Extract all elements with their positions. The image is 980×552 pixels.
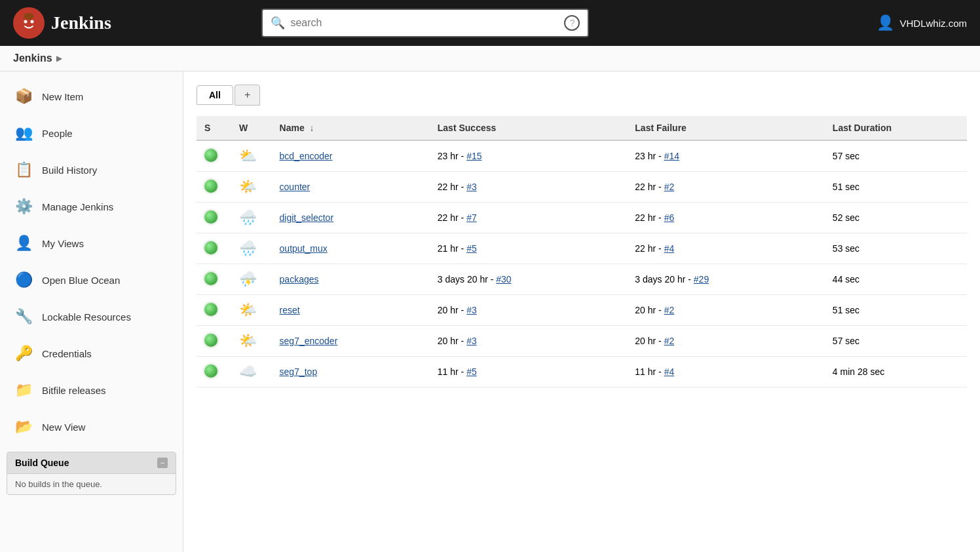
last-failure-cell-7: 11 hr - #4	[627, 357, 825, 387]
last-failure-text-5: 20 hr -	[635, 305, 664, 315]
build-queue-header: Build Queue −	[7, 452, 176, 474]
build-queue: Build Queue − No builds in the queue.	[7, 452, 176, 495]
credentials-label: Credentials	[42, 348, 92, 359]
last-duration-cell-3: 53 sec	[825, 233, 967, 264]
search-box: 🔍 ?	[261, 9, 589, 37]
jobs-table: S W Name ↓ Last Success Last Failure Las…	[197, 116, 967, 387]
name-cell-5: reset	[272, 295, 430, 326]
weather-icon-1: 🌤️	[239, 178, 257, 195]
col-header-name[interactable]: Name ↓	[272, 116, 430, 140]
new-view-icon: 📂	[13, 416, 34, 437]
sidebar-item-credentials[interactable]: 🔑 Credentials	[0, 335, 183, 372]
svg-point-3	[24, 13, 34, 20]
last-success-link-7[interactable]: #5	[466, 366, 477, 377]
build-queue-title: Build Queue	[15, 458, 69, 468]
people-label: People	[42, 128, 73, 139]
status-cell-1	[197, 172, 231, 203]
last-success-link-6[interactable]: #3	[466, 336, 477, 346]
last-failure-link-6[interactable]: #2	[664, 336, 675, 346]
status-cell-7	[197, 357, 231, 387]
last-duration-cell-1: 51 sec	[825, 172, 967, 203]
name-cell-6: seg7_encoder	[272, 326, 430, 357]
last-failure-text-1: 22 hr -	[635, 182, 664, 192]
sidebar-item-manage-jenkins[interactable]: ⚙️ Manage Jenkins	[0, 188, 183, 225]
table-header-row: S W Name ↓ Last Success Last Failure Las…	[197, 116, 967, 140]
logo[interactable]: Jenkins	[13, 7, 111, 39]
sidebar-item-open-blue-ocean[interactable]: 🔵 Open Blue Ocean	[0, 262, 183, 298]
last-success-link-1[interactable]: #3	[466, 182, 477, 192]
last-success-link-4[interactable]: #30	[496, 274, 511, 285]
status-dot-4	[204, 272, 217, 285]
sidebar-item-build-history[interactable]: 📋 Build History	[0, 151, 183, 188]
col-header-last-duration: Last Duration	[825, 116, 967, 140]
sort-arrow: ↓	[310, 123, 314, 133]
col-header-last-failure: Last Failure	[627, 116, 825, 140]
status-dot-6	[204, 334, 217, 347]
weather-cell-5: 🌤️	[231, 295, 272, 326]
job-link-bcd_encoder[interactable]: bcd_encoder	[280, 151, 333, 161]
job-link-digit_selector[interactable]: digit_selector	[280, 212, 334, 223]
job-link-reset[interactable]: reset	[280, 305, 300, 315]
last-success-link-3[interactable]: #5	[466, 243, 477, 254]
last-failure-link-1[interactable]: #2	[664, 182, 675, 192]
sidebar-item-bitfile-releases[interactable]: 📁 Bitfile releases	[0, 372, 183, 408]
manage-jenkins-icon: ⚙️	[13, 196, 34, 217]
lockable-resources-icon: 🔧	[13, 306, 34, 327]
last-failure-text-3: 22 hr -	[635, 243, 664, 254]
sidebar-item-my-views[interactable]: 👤 My Views	[0, 225, 183, 262]
open-blue-ocean-icon: 🔵	[13, 269, 34, 290]
sidebar-item-new-item[interactable]: 📦 New Item	[0, 78, 183, 115]
svg-point-1	[24, 20, 28, 24]
job-link-packages[interactable]: packages	[280, 274, 319, 285]
weather-icon-4: ⛈️	[239, 271, 257, 287]
breadcrumb-jenkins[interactable]: Jenkins	[13, 52, 52, 64]
user-icon: 👤	[876, 14, 894, 31]
last-failure-link-7[interactable]: #4	[664, 366, 675, 377]
last-failure-link-0[interactable]: #14	[664, 151, 679, 161]
last-failure-link-5[interactable]: #2	[664, 305, 675, 315]
last-success-text-5: 20 hr -	[438, 305, 466, 315]
last-failure-text-4: 3 days 20 hr -	[635, 274, 694, 285]
job-link-counter[interactable]: counter	[280, 182, 311, 192]
build-queue-collapse-button[interactable]: −	[157, 458, 168, 468]
search-container: 🔍 ?	[261, 9, 589, 37]
tab-all[interactable]: All	[197, 85, 233, 105]
status-cell-2	[197, 203, 231, 233]
col-header-last-success: Last Success	[430, 116, 628, 140]
last-failure-link-2[interactable]: #6	[664, 212, 675, 223]
weather-cell-1: 🌤️	[231, 172, 272, 203]
weather-cell-2: 🌧️	[231, 203, 272, 233]
logo-icon	[13, 7, 45, 39]
job-link-seg7_top[interactable]: seg7_top	[280, 366, 318, 377]
build-history-label: Build History	[42, 165, 97, 176]
last-success-link-2[interactable]: #7	[466, 212, 477, 223]
last-failure-link-4[interactable]: #29	[694, 274, 709, 285]
table-row: ☁️ seg7_top 11 hr - #5 11 hr - #4 4 min …	[197, 357, 967, 387]
sidebar-item-people[interactable]: 👥 People	[0, 115, 183, 151]
last-failure-text-2: 22 hr -	[635, 212, 664, 223]
tab-add[interactable]: +	[235, 85, 260, 106]
last-success-text-7: 11 hr -	[438, 366, 466, 377]
breadcrumb: Jenkins ▶	[0, 46, 980, 71]
last-failure-cell-4: 3 days 20 hr - #29	[627, 264, 825, 295]
search-help-icon[interactable]: ?	[564, 15, 580, 31]
last-success-cell-7: 11 hr - #5	[430, 357, 628, 387]
search-input[interactable]	[290, 17, 559, 29]
table-row: 🌤️ seg7_encoder 20 hr - #3 20 hr - #2 57…	[197, 326, 967, 357]
last-success-text-6: 20 hr -	[438, 336, 466, 346]
last-success-link-0[interactable]: #15	[466, 151, 481, 161]
user-menu[interactable]: 👤 VHDLwhiz.com	[876, 14, 967, 31]
last-failure-text-7: 11 hr -	[635, 366, 664, 377]
status-cell-3	[197, 233, 231, 264]
build-history-icon: 📋	[13, 159, 34, 180]
last-success-link-5[interactable]: #3	[466, 305, 477, 315]
sidebar-item-new-view[interactable]: 📂 New View	[0, 408, 183, 445]
col-header-w: W	[231, 116, 272, 140]
sidebar-item-lockable-resources[interactable]: 🔧 Lockable Resources	[0, 298, 183, 335]
last-failure-cell-1: 22 hr - #2	[627, 172, 825, 203]
job-link-seg7_encoder[interactable]: seg7_encoder	[280, 336, 338, 346]
name-cell-3: output_mux	[272, 233, 430, 264]
last-failure-link-3[interactable]: #4	[664, 243, 675, 254]
build-queue-empty-message: No builds in the queue.	[15, 479, 102, 489]
job-link-output_mux[interactable]: output_mux	[280, 243, 328, 254]
